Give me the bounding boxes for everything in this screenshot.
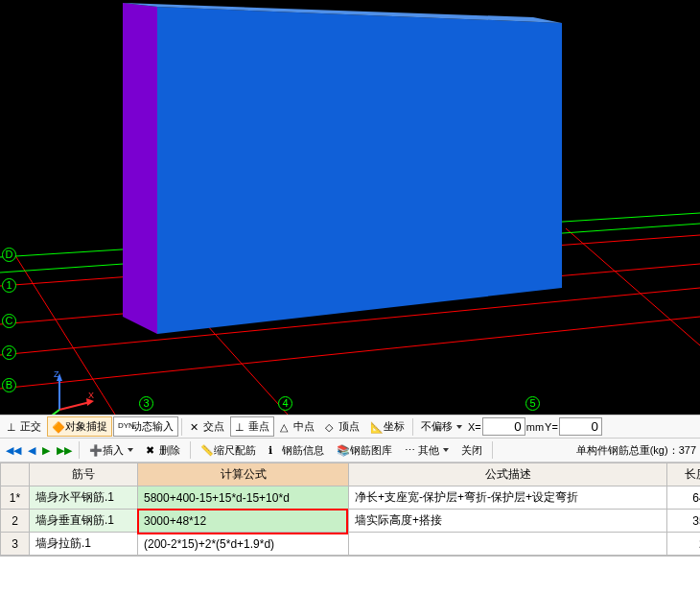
col-header-len[interactable]: 长度 xyxy=(667,463,701,486)
lib-icon: 📚 xyxy=(337,444,348,456)
col-header-formula[interactable]: 计算公式 xyxy=(138,463,349,486)
ortho-toggle[interactable]: ⊥正交 xyxy=(2,416,46,437)
viewport-3d[interactable]: D 1 C 2 B 3 4 5 Z X xyxy=(0,0,700,415)
snap-perp[interactable]: ⊥垂点 xyxy=(230,416,274,437)
cell-formula[interactable]: (200-2*15)+2*(5*d+1.9*d) xyxy=(138,533,349,556)
table-row[interactable]: 3墙身拉筋.1(200-2*15)+2*(5*d+1.9*d)253 xyxy=(1,533,701,556)
rebar-table-wrap: 筋号 计算公式 公式描述 长度 1*墙身水平钢筋.15800+400-15+15… xyxy=(0,463,700,556)
table-row[interactable]: 1*墙身水平钢筋.15800+400-15+15*d-15+10*d净长+支座宽… xyxy=(1,486,701,510)
total-weight-status: 单构件钢筋总重(kg)：377 xyxy=(576,443,696,458)
scale-icon: 📏 xyxy=(200,444,212,456)
chevron-down-icon xyxy=(443,448,449,452)
snap-cross[interactable]: ✕交点 xyxy=(185,416,229,437)
chevron-down-icon xyxy=(456,425,462,429)
row-index[interactable]: 3 xyxy=(1,533,30,556)
y-label: Y= xyxy=(545,421,558,433)
chevron-down-icon xyxy=(128,448,133,452)
dyn-icon: DYN xyxy=(118,421,129,433)
snap-mid[interactable]: △中点 xyxy=(275,416,319,437)
svg-line-3 xyxy=(0,317,700,389)
y-input[interactable] xyxy=(559,417,602,436)
nav-next[interactable]: ▶ xyxy=(40,444,52,457)
col-header-name[interactable]: 筋号 xyxy=(30,463,138,486)
cell-formula[interactable]: 3000+48*12 xyxy=(138,510,349,533)
close-button[interactable]: 关闭 xyxy=(456,440,487,461)
grid-label-D: D xyxy=(2,248,16,262)
rebar-table: 筋号 计算公式 公式描述 长度 1*墙身水平钢筋.15800+400-15+15… xyxy=(0,463,700,556)
cross-icon: ✕ xyxy=(190,421,201,433)
table-row[interactable]: 2墙身垂直钢筋.13000+48*12墙实际高度+搭接3576 xyxy=(1,510,701,533)
cell-formula[interactable]: 5800+400-15+15*d-15+10*d xyxy=(138,486,349,510)
cell-name[interactable]: 墙身拉筋.1 xyxy=(30,533,138,556)
svg-marker-10 xyxy=(157,7,562,334)
svg-marker-9 xyxy=(123,3,157,334)
row-index[interactable]: 1* xyxy=(1,486,30,510)
x-input[interactable] xyxy=(482,417,525,436)
ortho-icon: ⊥ xyxy=(7,421,18,433)
snap-vertex[interactable]: ◇顶点 xyxy=(320,416,364,437)
snap-coord[interactable]: 📐坐标 xyxy=(365,416,409,437)
rebar-lib-button[interactable]: 📚钢筋图库 xyxy=(332,440,397,461)
rebar-info-button[interactable]: ℹ钢筋信息 xyxy=(264,440,329,461)
grid-label-1: 1 xyxy=(2,278,16,293)
snap-icon: 🔶 xyxy=(52,421,63,433)
grid-label-4: 4 xyxy=(278,396,292,411)
unit-label: mm xyxy=(526,421,544,433)
svg-text:X: X xyxy=(88,391,94,400)
cell-length[interactable]: 3576 xyxy=(667,510,701,533)
cell-desc[interactable]: 净长+支座宽-保护层+弯折-保护层+设定弯折 xyxy=(349,486,667,510)
delete-icon: ✖ xyxy=(146,444,157,456)
offset-dropdown[interactable]: 不偏移 xyxy=(416,416,467,437)
cell-length[interactable]: 6470 xyxy=(667,486,701,510)
insert-icon: ➕ xyxy=(89,444,101,456)
grid-label-3: 3 xyxy=(139,396,153,411)
perp-icon: ⊥ xyxy=(235,421,246,433)
svg-line-16 xyxy=(44,410,59,415)
vertex-icon: ◇ xyxy=(325,421,337,433)
svg-text:Z: Z xyxy=(54,371,59,379)
nav-prev[interactable]: ◀ xyxy=(26,444,37,457)
delete-button[interactable]: ✖删除 xyxy=(141,440,185,461)
rebar-toolbar: ◀◀ ◀ ▶ ▶▶ ➕插入 ✖删除 📏缩尺配筋 ℹ钢筋信息 📚钢筋图库 ⋯其他 … xyxy=(0,439,700,463)
grid-lines xyxy=(0,0,700,415)
grid-label-5: 5 xyxy=(525,396,540,411)
svg-line-14 xyxy=(59,402,90,410)
cell-length[interactable]: 253 xyxy=(667,533,701,556)
svg-line-6 xyxy=(566,228,700,345)
other-button[interactable]: ⋯其他 xyxy=(400,440,454,461)
other-icon: ⋯ xyxy=(405,444,416,456)
cell-desc[interactable] xyxy=(349,533,667,556)
col-header-idx[interactable] xyxy=(1,463,30,486)
dynamic-input-toggle[interactable]: DYN动态输入 xyxy=(113,416,178,437)
grid-label-B: B xyxy=(2,378,16,392)
cell-name[interactable]: 墙身水平钢筋.1 xyxy=(30,486,138,510)
snap-toolbar: ⊥正交 🔶对象捕捉 DYN动态输入 ✕交点 ⊥垂点 △中点 ◇顶点 📐坐标 不偏… xyxy=(0,415,700,439)
x-label: X= xyxy=(468,421,481,433)
col-header-desc[interactable]: 公式描述 xyxy=(349,463,667,486)
nav-last[interactable]: ▶▶ xyxy=(55,444,74,457)
nav-first[interactable]: ◀◀ xyxy=(4,444,23,457)
cell-name[interactable]: 墙身垂直钢筋.1 xyxy=(30,510,138,533)
row-index[interactable]: 2 xyxy=(1,510,30,533)
mid-icon: △ xyxy=(280,421,292,433)
scale-button[interactable]: 📏缩尺配筋 xyxy=(196,440,261,461)
cell-desc[interactable]: 墙实际高度+搭接 xyxy=(349,510,667,533)
insert-button[interactable]: ➕插入 xyxy=(84,440,138,461)
object-snap-toggle[interactable]: 🔶对象捕捉 xyxy=(47,416,112,437)
info-icon: ℹ xyxy=(268,444,280,456)
grid-label-C: C xyxy=(2,314,16,328)
grid-label-2: 2 xyxy=(2,345,16,360)
coord-icon: 📐 xyxy=(370,421,382,433)
